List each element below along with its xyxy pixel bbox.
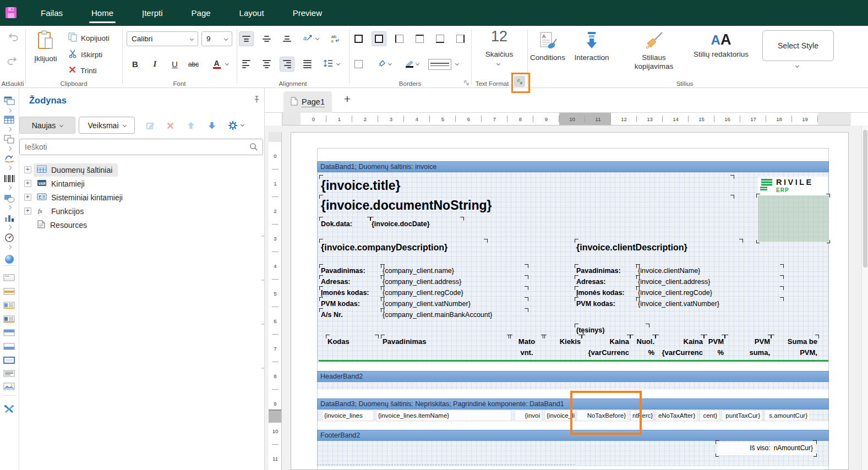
databand3-cell-7[interactable]: cent} — [700, 410, 719, 421]
table-header-cell-kiekis[interactable]: Kiekis — [544, 336, 581, 359]
titlebar-tab-terpti[interactable]: Įterpti — [128, 0, 177, 26]
actions-button[interactable]: Veiksmai — [79, 117, 135, 134]
headerband2-header[interactable]: HeaderBand2 — [317, 371, 829, 382]
select-style-button[interactable]: Select Style — [762, 30, 834, 61]
delete-icon[interactable] — [164, 120, 176, 131]
info-value-field[interactable]: {company_client.address} — [383, 277, 527, 288]
titlebar-tab-layout[interactable]: Layout — [225, 0, 279, 26]
company-description-field[interactable]: {invoice.companyDescription} — [321, 241, 486, 256]
titlebar-tab-preview[interactable]: Preview — [279, 0, 336, 26]
outside-borders-button[interactable] — [372, 31, 386, 46]
cut-button[interactable]: Iškirpti — [68, 49, 102, 60]
expander-plus-icon[interactable] — [24, 207, 31, 215]
align-center-button[interactable] — [259, 57, 274, 72]
bold-button[interactable]: B — [128, 57, 143, 72]
strikethrough-button[interactable]: abc — [186, 57, 201, 72]
info-value-field[interactable]: {invoice_client.vatNumber} — [638, 299, 782, 310]
docdate-field[interactable]: {invoice.docDate} — [372, 218, 462, 231]
databand3-cell-8[interactable]: puntTaxCur} — [722, 410, 762, 421]
table-header-cell-kodas[interactable]: Kodas — [327, 336, 377, 359]
toolbox-header-band-icon[interactable] — [0, 329, 19, 339]
border-style-chevron-icon[interactable] — [455, 62, 459, 65]
text-rotation-chevron-icon[interactable] — [315, 36, 319, 40]
databand3-body[interactable]: {invoice_lines{invoice_lines.itemName}{i… — [317, 409, 829, 422]
style-editor-button[interactable]: AA Stilių redaktorius — [690, 31, 752, 58]
toolbox-text-band-icon[interactable] — [0, 370, 19, 380]
databand1-body[interactable]: {invoice.title} {invoice.documentNoStrin… — [317, 172, 829, 363]
paste-button[interactable]: Įklijuoti — [30, 30, 62, 63]
toolbox-signature-icon[interactable] — [0, 154, 19, 170]
databand3-cell-5[interactable]: ntPerc} — [630, 410, 653, 421]
info-label-field[interactable]: Pavadinimas: — [576, 266, 638, 277]
undo-icon[interactable] — [7, 33, 19, 45]
expander-plus-icon[interactable] — [24, 166, 31, 173]
info-value-field[interactable]: {invoice_client.regCode} — [638, 288, 782, 299]
databand1-header[interactable]: DataBand1; Duomenų šaltinis: invoice — [317, 161, 829, 172]
tree-item-resources[interactable]: Resources — [19, 218, 256, 232]
info-label-field[interactable]: Įmonės kodas: — [321, 288, 383, 299]
image-placeholder[interactable] — [758, 195, 828, 242]
text-format-name[interactable]: Skaičius — [471, 50, 527, 58]
expander-plus-icon[interactable] — [24, 180, 31, 187]
align-left-button[interactable] — [239, 57, 254, 72]
scrollbar-thumb[interactable] — [863, 130, 867, 267]
toolbox-chart-icon[interactable] — [0, 214, 19, 229]
company-logo[interactable]: RIVILE ERP — [758, 177, 828, 195]
page-tab[interactable]: Page1 — [283, 91, 332, 113]
search-input[interactable] — [19, 139, 263, 155]
move-up-icon[interactable] — [185, 120, 197, 131]
info-label-field[interactable]: Pavadinimas: — [321, 266, 383, 277]
info-value-field[interactable]: {invoice_client.address} — [638, 277, 782, 288]
align-top-button[interactable] — [239, 31, 254, 46]
no-borders-button[interactable] — [351, 57, 366, 72]
top-border-button[interactable] — [412, 31, 427, 46]
databand3-cell-6[interactable]: eNoTaxAfter} — [656, 410, 697, 421]
right-border-button[interactable] — [453, 31, 468, 46]
toolbox-gauge-icon[interactable] — [0, 233, 19, 249]
info-label-field[interactable]: PVM kodas: — [321, 299, 383, 310]
titlebar-tab-failas[interactable]: Failas — [26, 0, 77, 26]
titlebar-tab-page[interactable]: Page — [177, 0, 225, 26]
border-color-button[interactable] — [402, 57, 417, 72]
redo-icon[interactable] — [7, 57, 19, 69]
text-format-chevron-icon[interactable] — [496, 62, 500, 65]
search-icon[interactable] — [249, 143, 258, 154]
databand3-cell-0[interactable]: {invoice_lines — [322, 410, 374, 421]
databand3-cell-3[interactable]: {invoice_li — [544, 410, 575, 421]
add-page-button[interactable]: + — [341, 92, 354, 106]
tree-item-duomen-altiniai[interactable]: Duomenų šaltiniai — [19, 163, 256, 177]
info-value-field[interactable]: {company_client.regCode} — [383, 288, 527, 299]
info-label-field[interactable]: A/s Nr. — [321, 310, 383, 321]
toolbox-image-icon[interactable] — [0, 382, 19, 393]
fill-color-button[interactable] — [374, 57, 389, 72]
toolbox-report-title-band-icon[interactable] — [0, 274, 19, 284]
table-header-cell-pavadinimas[interactable]: Pavadinimas — [383, 336, 509, 359]
invoice-docno-field[interactable]: {invoice.documentNoString} — [321, 196, 733, 215]
all-borders-button[interactable] — [351, 31, 366, 46]
font-color-button[interactable]: A — [209, 57, 224, 72]
toolbox-data-band-alt-icon[interactable] — [0, 315, 19, 325]
table-header-cell-nuol[interactable]: Nuol.% — [631, 336, 654, 359]
border-style-select[interactable] — [428, 59, 451, 70]
table-header-cell-pvm[interactable]: PVM% — [705, 336, 724, 359]
databand3-cell-9[interactable]: s.amountCur} — [765, 410, 810, 421]
invoice-title-field[interactable]: {invoice.title} — [321, 177, 733, 195]
style-copy-button[interactable]: Stiliaus kopijavimas — [621, 31, 687, 71]
save-icon[interactable] — [5, 7, 17, 21]
toolbox-footer-band-icon[interactable] — [0, 343, 19, 353]
toolbox-shapes-icon[interactable] — [0, 194, 19, 209]
databand3-cell-2[interactable]: {invoi — [515, 410, 542, 421]
bottom-border-button[interactable] — [433, 31, 447, 46]
new-button[interactable]: Naujas — [19, 117, 75, 134]
copy-button[interactable]: Kopijuoti — [68, 32, 110, 43]
pin-icon[interactable] — [253, 95, 261, 106]
toolbox-table-icon[interactable] — [0, 116, 19, 131]
align-middle-button[interactable] — [259, 31, 274, 46]
toolbox-page-band-icon[interactable] — [0, 357, 19, 367]
align-right-button[interactable] — [280, 57, 294, 72]
info-label-field[interactable]: Adresas: — [576, 277, 638, 288]
table-header-cell-suma-be[interactable]: Suma bePVM, — [772, 336, 817, 359]
tree-item-funkcijos[interactable]: fxFunkcijos — [19, 204, 256, 218]
toolbox-barcode-icon[interactable] — [0, 174, 19, 189]
tree-item-sisteminiai-kintamieji[interactable]: ESisteminiai kintamieji — [19, 190, 256, 204]
